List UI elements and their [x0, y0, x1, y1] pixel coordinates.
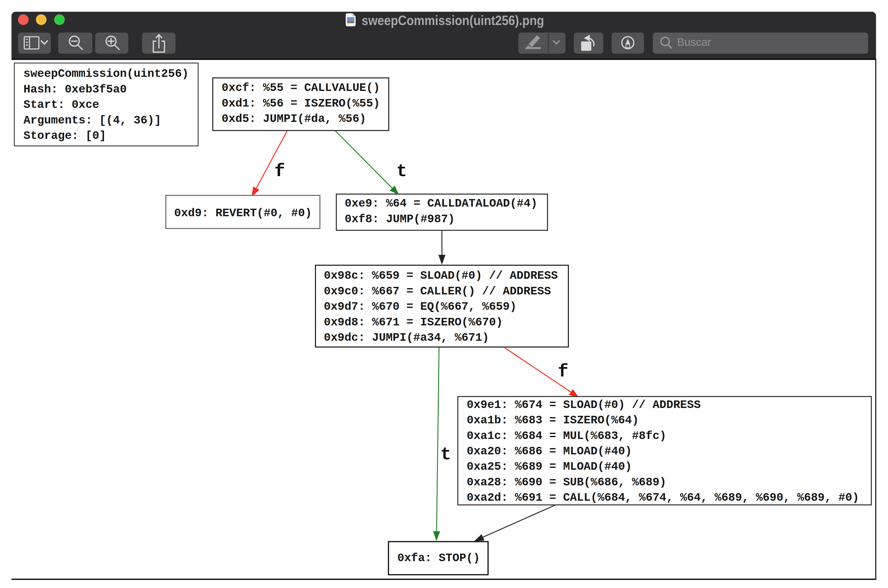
svg-text:0xd5: JUMPI(#da, %56): 0xd5: JUMPI(#da, %56) [221, 112, 366, 125]
svg-text:0xd9: REVERT(#0, #0): 0xd9: REVERT(#0, #0) [174, 207, 312, 220]
svg-text:0xa28: %690 = SUB(%686, %689): 0xa28: %690 = SUB(%686, %689) [467, 476, 667, 489]
svg-text:Arguments: [(4, 36)]: Arguments: [(4, 36)] [24, 114, 161, 127]
svg-text:0xa20: %686 = MLOAD(#40): 0xa20: %686 = MLOAD(#40) [467, 445, 632, 458]
svg-text:Start: 0xce: Start: 0xce [24, 98, 99, 111]
svg-text:0x9d7: %670 = EQ(%667, %659): 0x9d7: %670 = EQ(%667, %659) [324, 300, 516, 313]
svg-text:0x9c0: %667 = CALLER() // ADDR: 0x9c0: %667 = CALLER() // ADDRESS [324, 285, 551, 298]
svg-text:t: t [441, 444, 451, 465]
svg-text:0x9e1: %674 = SLOAD(#0) // ADD: 0x9e1: %674 = SLOAD(#0) // ADDRESS [467, 398, 701, 411]
svg-text:0x9d8: %671 = ISZERO(%670): 0x9d8: %671 = ISZERO(%670) [324, 316, 503, 329]
svg-text:f: f [558, 362, 569, 382]
svg-text:0x9dc: JUMPI(#a34, %671): 0x9dc: JUMPI(#a34, %671) [324, 331, 489, 344]
svg-text:0xa1c: %684 = MUL(%683, #8fc): 0xa1c: %684 = MUL(%683, #8fc) [467, 429, 667, 442]
svg-text:f: f [274, 161, 285, 182]
svg-text:0x98c: %659 = SLOAD(#0) // ADD: 0x98c: %659 = SLOAD(#0) // ADDRESS [324, 269, 558, 282]
svg-text:Storage: [0]: Storage: [0] [24, 129, 106, 142]
svg-text:Hash: 0xeb3f5a0: Hash: 0xeb3f5a0 [24, 83, 127, 96]
svg-text:0xa2d: %691 = CALL(%684, %674,: 0xa2d: %691 = CALL(%684, %674, %64, %689… [467, 491, 859, 504]
svg-text:Buscar: Buscar [677, 36, 711, 48]
svg-text:sweepCommission(uint256): sweepCommission(uint256) [24, 67, 189, 80]
svg-text:0xe9: %64 = CALLDATALOAD(#4): 0xe9: %64 = CALLDATALOAD(#4) [345, 197, 537, 210]
svg-text:0xa1b: %683 = ISZERO(%64): 0xa1b: %683 = ISZERO(%64) [467, 414, 639, 427]
svg-text:0xd1: %56 = ISZERO(%55): 0xd1: %56 = ISZERO(%55) [221, 97, 380, 110]
svg-text:sweepCommission(uint256).png: sweepCommission(uint256).png [361, 13, 544, 28]
svg-text:0xa25: %689 = MLOAD(#40): 0xa25: %689 = MLOAD(#40) [467, 460, 632, 473]
svg-text:0xf8: JUMP(#987): 0xf8: JUMP(#987) [345, 213, 455, 226]
svg-text:0xfa: STOP(): 0xfa: STOP() [397, 552, 480, 564]
svg-text:t: t [397, 161, 407, 182]
svg-text:0xcf: %55 = CALLVALUE(): 0xcf: %55 = CALLVALUE() [221, 81, 380, 94]
